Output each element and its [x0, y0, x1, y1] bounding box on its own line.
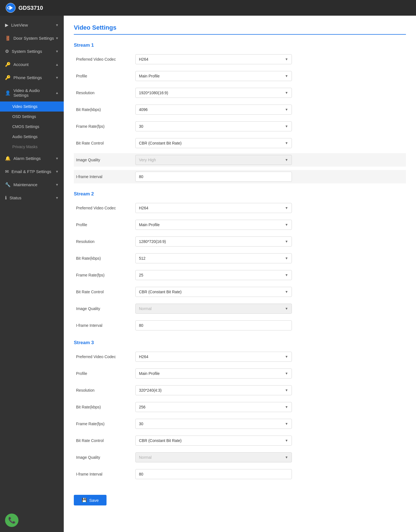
- form-control-stream3-7: [135, 469, 292, 479]
- sidebar-label-video-audio: Video & Audio Settings: [13, 88, 55, 98]
- sidebar-item-phone[interactable]: 🔑 Phone Settings ▼: [0, 71, 64, 84]
- chevron-down-icon: ▼: [285, 422, 288, 426]
- chevron-down-icon: ▼: [285, 405, 288, 409]
- stream-section-1: Stream 1Preferred Video CodecH264▼Profil…: [74, 42, 406, 183]
- wrench-icon: 🔧: [5, 182, 11, 187]
- select-stream1-frame-rate(fps)[interactable]: 30▼: [135, 121, 292, 131]
- form-label-stream2-2: Resolution: [74, 239, 135, 244]
- sidebar-item-maintenance[interactable]: 🔧 Maintenance ▼: [0, 178, 64, 191]
- form-control-stream1-4: 30▼: [135, 121, 292, 131]
- form-label-stream3-0: Preferred Video Codec: [74, 354, 135, 359]
- stream-title-2: Stream 2: [74, 191, 406, 197]
- chevron-down-icon: ▼: [285, 439, 288, 443]
- select-stream1-resolution[interactable]: 1920*1080(16:9)▼: [135, 88, 292, 98]
- select-stream3-resolution[interactable]: 320*240(4:3)▼: [135, 385, 292, 395]
- form-row-stream3-1: ProfileMain Profile▼: [74, 367, 406, 380]
- form-control-stream3-2: 320*240(4:3)▼: [135, 385, 292, 395]
- form-control-stream3-5: CBR (Constant Bit Rate)▼: [135, 436, 292, 446]
- form-row-stream1-7: I-frame Interval: [74, 170, 406, 183]
- select-stream1-bit-rate-control[interactable]: CBR (Constant Bit Rate)▼: [135, 138, 292, 148]
- input-stream1-i-frame-interval[interactable]: [135, 172, 292, 182]
- page-title: Video Settings: [74, 24, 406, 35]
- form-label-stream1-6: Image Quality: [74, 158, 135, 162]
- phone-call-button[interactable]: 📞: [5, 514, 59, 527]
- app-logo-icon: [6, 3, 16, 13]
- sidebar-item-system[interactable]: ⚙ System Settings ▼: [0, 45, 64, 58]
- phone-icon: 🔑: [5, 75, 11, 80]
- sidebar-item-status[interactable]: ℹ Status ▼: [0, 191, 64, 204]
- select-stream2-bit-rate(kbps)[interactable]: 512▼: [135, 253, 292, 263]
- form-row-stream1-3: Bit Rate(kbps)4096▼: [74, 103, 406, 116]
- chevron-up-icon: ▲: [55, 91, 59, 95]
- chevron-down-icon: ▼: [55, 196, 59, 200]
- chevron-down-icon: ▼: [285, 91, 288, 95]
- chevron-down-icon: ▼: [55, 23, 59, 27]
- form-label-stream2-3: Bit Rate(kbps): [74, 256, 135, 261]
- chevron-down-icon: ▼: [285, 355, 288, 359]
- select-stream1-bit-rate(kbps)[interactable]: 4096▼: [135, 105, 292, 115]
- form-row-stream2-0: Preferred Video CodecH264▼: [74, 201, 406, 215]
- select-stream2-image-quality: Normal▼: [135, 304, 292, 314]
- select-stream1-profile[interactable]: Main Profile▼: [135, 71, 292, 81]
- select-stream2-preferred-video-codec[interactable]: H264▼: [135, 203, 292, 213]
- sidebar-item-alarm[interactable]: 🔔 Alarm Settings ▼: [0, 152, 64, 165]
- sidebar-item-liveview[interactable]: ▶ LiveView ▼: [0, 18, 64, 32]
- sidebar-item-email-ftp[interactable]: ✉ Email & FTP Settings ▼: [0, 165, 64, 178]
- select-stream1-preferred-video-codec[interactable]: H264▼: [135, 54, 292, 64]
- input-stream3-i-frame-interval[interactable]: [135, 469, 292, 479]
- bell-icon: 🔔: [5, 156, 11, 161]
- select-stream2-resolution[interactable]: 1280*720(16:9)▼: [135, 237, 292, 247]
- sidebar-label-alarm: Alarm Settings: [13, 156, 41, 161]
- form-row-stream1-1: ProfileMain Profile▼: [74, 69, 406, 83]
- sidebar-item-account[interactable]: 🔑 Account ▲: [0, 58, 64, 71]
- select-stream3-bit-rate-control[interactable]: CBR (Constant Bit Rate)▼: [135, 436, 292, 446]
- chevron-down-icon: ▼: [285, 256, 288, 260]
- form-control-stream2-2: 1280*720(16:9)▼: [135, 237, 292, 247]
- form-row-stream1-6: Image QualityVery High▼: [74, 153, 406, 167]
- select-stream3-frame-rate(fps)[interactable]: 30▼: [135, 419, 292, 429]
- form-row-stream1-4: Frame Rate(fps)30▼: [74, 120, 406, 133]
- form-row-stream3-0: Preferred Video CodecH264▼: [74, 350, 406, 363]
- form-label-stream3-1: Profile: [74, 371, 135, 376]
- stream-title-3: Stream 3: [74, 340, 406, 346]
- form-control-stream1-7: [135, 172, 292, 182]
- phone-circle[interactable]: 📞: [5, 514, 18, 527]
- form-control-stream1-5: CBR (Constant Bit Rate)▼: [135, 138, 292, 148]
- sidebar-sub-osd-settings[interactable]: OSD Settings: [0, 112, 64, 122]
- sidebar-label-phone: Phone Settings: [13, 75, 42, 80]
- sidebar-sub-privacy-masks[interactable]: Privacy Masks: [0, 142, 64, 152]
- select-stream2-frame-rate(fps)[interactable]: 25▼: [135, 270, 292, 280]
- sidebar-sub-video-settings[interactable]: Video Settings: [0, 101, 64, 112]
- chevron-down-icon: ▼: [55, 183, 59, 187]
- form-row-stream3-4: Frame Rate(fps)30▼: [74, 417, 406, 431]
- select-stream2-bit-rate-control[interactable]: CBR (Constant Bit Rate)▼: [135, 287, 292, 297]
- form-control-stream2-1: Main Profile▼: [135, 220, 292, 230]
- sidebar-sub-audio-settings[interactable]: Audio Settings: [0, 132, 64, 142]
- form-control-stream2-0: H264▼: [135, 203, 292, 213]
- sidebar-item-door-system[interactable]: 🚪 Door System Settings ▼: [0, 32, 64, 45]
- top-bar: GDS3710: [0, 0, 416, 16]
- form-row-stream1-5: Bit Rate ControlCBR (Constant Bit Rate)▼: [74, 136, 406, 150]
- form-control-stream3-3: 256▼: [135, 402, 292, 412]
- chevron-down-icon: ▼: [285, 223, 288, 227]
- chevron-down-icon: ▼: [285, 240, 288, 243]
- sidebar-label-liveview: LiveView: [11, 23, 28, 27]
- form-label-stream3-6: Image Quality: [74, 455, 135, 460]
- save-icon: 💾: [82, 498, 87, 503]
- select-stream3-profile[interactable]: Main Profile▼: [135, 368, 292, 379]
- sidebar-sub-cmos-settings[interactable]: CMOS Settings: [0, 122, 64, 132]
- select-stream3-preferred-video-codec[interactable]: H264▼: [135, 352, 292, 362]
- input-stream2-i-frame-interval[interactable]: [135, 320, 292, 330]
- liveview-icon: ▶: [5, 22, 8, 28]
- select-stream3-bit-rate(kbps)[interactable]: 256▼: [135, 402, 292, 412]
- sidebar-item-video-audio[interactable]: 👤 Video & Audio Settings ▲: [0, 84, 64, 101]
- select-stream3-image-quality: Normal▼: [135, 452, 292, 462]
- select-stream2-profile[interactable]: Main Profile▼: [135, 220, 292, 230]
- form-control-stream2-5: CBR (Constant Bit Rate)▼: [135, 287, 292, 297]
- chevron-down-icon: ▼: [285, 273, 288, 277]
- save-button[interactable]: 💾 Save: [74, 495, 107, 505]
- form-label-stream1-1: Profile: [74, 74, 135, 78]
- form-label-stream2-6: Image Quality: [74, 306, 135, 311]
- stream-title-1: Stream 1: [74, 42, 406, 48]
- chevron-down-icon: ▼: [55, 76, 59, 80]
